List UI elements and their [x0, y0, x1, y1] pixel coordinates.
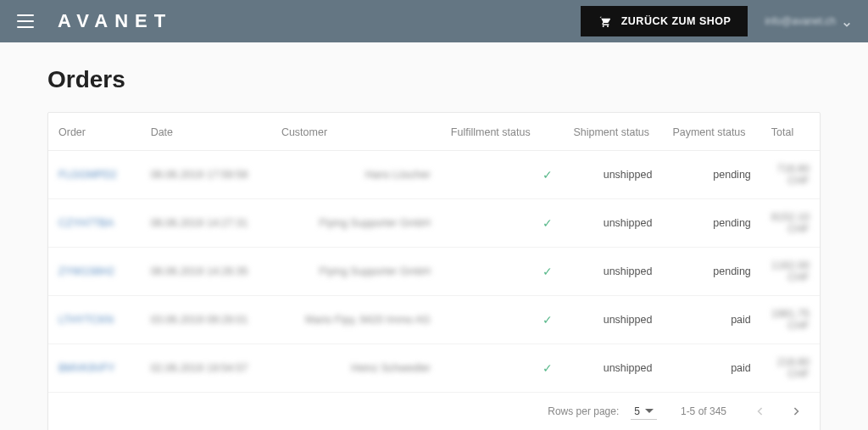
payment-status: paid [731, 362, 751, 374]
col-header-payment: Payment status [662, 113, 760, 151]
order-total: 218.80 CHF [777, 356, 810, 380]
col-header-order: Order [48, 113, 141, 151]
table-row: ZYW1S6H208.06.2019 14:26:35Flying Suppor… [48, 248, 820, 296]
table-row: CZYH7TBA08.06.2019 14:27:31Flying Suppor… [48, 199, 820, 248]
prev-page-button[interactable] [750, 401, 771, 422]
col-header-date: Date [141, 113, 271, 151]
dropdown-icon [645, 407, 654, 416]
order-link[interactable]: ZYW1S6H2 [58, 265, 114, 277]
order-link[interactable]: LTHYTCKN [58, 314, 114, 326]
check-icon: ✓ [542, 313, 553, 327]
order-total: 8152.10 CHF [771, 211, 810, 235]
shipment-status: unshipped [604, 265, 653, 277]
next-page-button[interactable] [786, 401, 806, 422]
check-icon: ✓ [542, 361, 553, 375]
order-customer: Mario Fipy, 9420 Immo AG [305, 314, 431, 326]
pagination-range: 1-5 of 345 [681, 405, 726, 417]
menu-icon[interactable] [17, 14, 34, 28]
chevron-left-icon [757, 406, 764, 416]
payment-status: paid [731, 314, 751, 326]
check-icon: ✓ [542, 216, 553, 230]
page-title: Orders [47, 66, 821, 93]
table-row: LTHYTCKN03.06.2019 09:28:01Mario Fipy, 9… [48, 296, 820, 344]
col-header-total: Total [761, 113, 820, 151]
rows-per-page-value: 5 [634, 405, 640, 417]
order-customer: Hans Lüscher [365, 169, 431, 181]
order-link[interactable]: BMVK9VFY [58, 362, 115, 374]
orders-card: Order Date Customer Fulfillment status S… [47, 112, 821, 430]
col-header-fulfillment: Fulfillment status [441, 113, 564, 151]
table-footer: Rows per page: 5 1-5 of 345 [48, 392, 820, 430]
page-content: Orders Order Date Customer Fulfillment s… [0, 42, 868, 430]
shipment-status: unshipped [604, 362, 653, 374]
order-date: 08.06.2019 14:26:35 [151, 265, 248, 277]
payment-status: pending [713, 217, 751, 229]
account-menu[interactable]: info@avanet.ch [765, 15, 836, 27]
order-date: 02.06.2019 19:54:57 [151, 362, 248, 374]
back-to-shop-label: ZURÜCK ZUM SHOP [621, 15, 732, 27]
cart-icon [598, 14, 611, 28]
check-icon: ✓ [542, 265, 553, 278]
rows-per-page-select[interactable]: 5 [631, 404, 657, 420]
order-customer: Heinz Schwedler [351, 362, 431, 374]
shipment-status: unshipped [604, 169, 653, 181]
order-date: 08.06.2019 17:59:58 [151, 169, 248, 181]
chevron-right-icon [793, 406, 799, 416]
order-customer: Flying Supporter GmbH [320, 217, 431, 229]
back-to-shop-button[interactable]: ZURÜCK ZUM SHOP [581, 6, 748, 36]
rows-per-page-label: Rows per page: [548, 405, 619, 417]
orders-table: Order Date Customer Fulfillment status S… [48, 113, 820, 392]
app-header: AVANET ZURÜCK ZUM SHOP info@avanet.ch [0, 0, 868, 42]
svg-point-1 [607, 25, 609, 27]
check-icon: ✓ [542, 168, 553, 181]
order-link[interactable]: CZYH7TBA [58, 217, 114, 229]
svg-point-0 [602, 25, 604, 27]
order-date: 03.06.2019 09:28:01 [151, 314, 248, 326]
col-header-shipment: Shipment status [563, 113, 662, 151]
col-header-customer: Customer [271, 113, 441, 151]
payment-status: pending [713, 169, 751, 181]
order-date: 08.06.2019 14:27:31 [151, 217, 248, 229]
order-customer: Flying Supporter GmbH [320, 265, 431, 277]
shipment-status: unshipped [604, 217, 653, 229]
order-link[interactable]: FLGGMPD2 [58, 169, 117, 181]
order-total: 716.80 CHF [777, 163, 810, 187]
table-row: BMVK9VFY02.06.2019 19:54:57Heinz Schwedl… [48, 344, 820, 393]
brand-logo: AVANET [58, 10, 172, 32]
payment-status: pending [713, 265, 751, 277]
order-total: 1162.00 CHF [771, 260, 810, 283]
account-email: info@avanet.ch [765, 15, 836, 27]
order-total: 1981.75 CHF [771, 308, 810, 332]
shipment-status: unshipped [604, 314, 653, 326]
table-row: FLGGMPD208.06.2019 17:59:58Hans Lüscher✓… [48, 151, 820, 199]
chevron-down-icon [843, 17, 851, 25]
